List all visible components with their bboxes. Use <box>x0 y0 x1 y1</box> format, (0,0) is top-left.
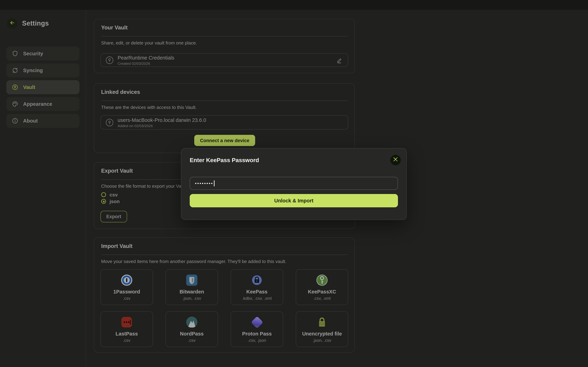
close-x-icon <box>393 157 398 163</box>
keepass-password-modal: Enter KeePass Password •••••••• Unlock &… <box>181 148 407 220</box>
modal-close-button[interactable] <box>390 155 401 165</box>
modal-title: Enter KeePass Password <box>190 157 259 164</box>
password-input[interactable]: •••••••• <box>190 177 398 190</box>
unlock-import-button[interactable]: Unlock & Import <box>190 194 398 207</box>
app-window: Settings Security <box>0 0 588 367</box>
password-masked-value: •••••••• <box>195 181 213 186</box>
text-caret <box>214 180 214 186</box>
